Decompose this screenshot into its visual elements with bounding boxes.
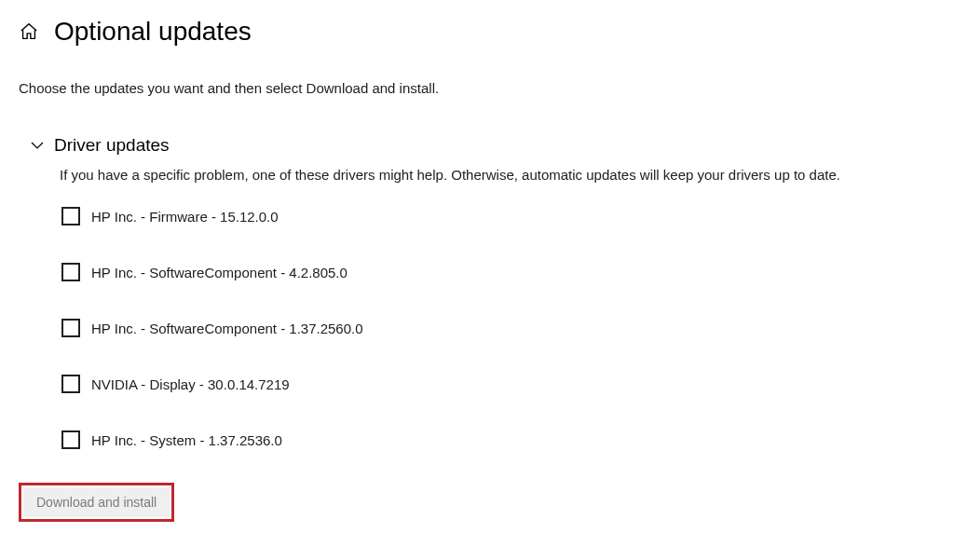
section-toggle[interactable]: Driver updates xyxy=(30,135,935,156)
download-install-button[interactable]: Download and install xyxy=(23,487,170,517)
page-header: Optional updates xyxy=(0,0,954,54)
driver-updates-section: Driver updates If you have a specific pr… xyxy=(0,115,954,479)
driver-list: HP Inc. - Firmware - 15.12.0.0 HP Inc. -… xyxy=(61,199,935,479)
download-button-highlight: Download and install xyxy=(19,483,174,522)
instruction-text: Choose the updates you want and then sel… xyxy=(0,54,954,115)
driver-item: HP Inc. - SoftwareComponent - 1.37.2560.… xyxy=(61,311,935,367)
driver-item: NVIDIA - Display - 30.0.14.7219 xyxy=(61,367,935,423)
chevron-down-icon xyxy=(30,138,45,153)
driver-checkbox[interactable] xyxy=(61,263,80,281)
driver-label: HP Inc. - SoftwareComponent - 1.37.2560.… xyxy=(91,321,363,336)
driver-checkbox[interactable] xyxy=(61,375,80,393)
page-title: Optional updates xyxy=(54,17,252,47)
driver-label: NVIDIA - Display - 30.0.14.7219 xyxy=(91,376,290,392)
section-title: Driver updates xyxy=(54,135,170,156)
driver-checkbox[interactable] xyxy=(61,430,80,449)
driver-label: HP Inc. - Firmware - 15.12.0.0 xyxy=(91,209,279,225)
home-icon[interactable] xyxy=(19,21,39,42)
driver-checkbox[interactable] xyxy=(61,207,80,225)
section-description: If you have a specific problem, one of t… xyxy=(60,167,935,183)
driver-item: HP Inc. - SoftwareComponent - 4.2.805.0 xyxy=(61,255,935,311)
driver-checkbox[interactable] xyxy=(61,319,80,337)
driver-label: HP Inc. - System - 1.37.2536.0 xyxy=(91,432,282,448)
driver-item: HP Inc. - System - 1.37.2536.0 xyxy=(61,423,935,479)
driver-label: HP Inc. - SoftwareComponent - 4.2.805.0 xyxy=(91,265,348,280)
driver-item: HP Inc. - Firmware - 15.12.0.0 xyxy=(61,199,935,255)
